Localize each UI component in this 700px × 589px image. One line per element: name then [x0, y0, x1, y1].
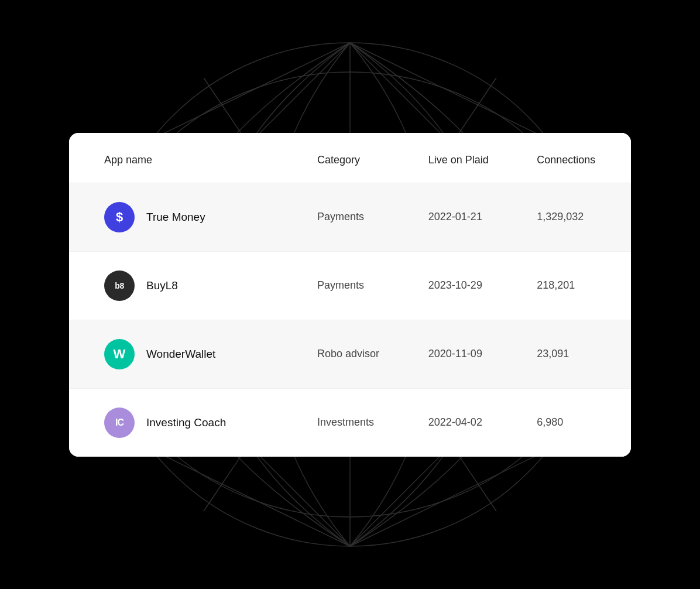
- app-name-label: Investing Coach: [146, 416, 226, 429]
- table-header: App name Category Live on Plaid Connecti…: [69, 133, 631, 183]
- app-name-cell: $True Money: [69, 183, 306, 251]
- table-row: b8BuyL8Payments2023-10-29218,201: [69, 251, 631, 320]
- live-on-plaid-cell: 2022-04-02: [417, 388, 525, 457]
- col-header-app-name: App name: [69, 133, 306, 183]
- table-row: ICInvesting CoachInvestments2022-04-026,…: [69, 388, 631, 457]
- app-name-cell: b8BuyL8: [69, 252, 306, 320]
- category-cell: Payments: [306, 183, 417, 251]
- app-name-label: True Money: [146, 211, 205, 224]
- app-name-label: WonderWallet: [146, 348, 215, 361]
- app-icon: IC: [104, 407, 135, 438]
- app-icon: W: [104, 339, 135, 369]
- live-on-plaid-cell: 2022-01-21: [417, 183, 525, 251]
- app-name-label: BuyL8: [146, 279, 178, 292]
- table-row: $True MoneyPayments2022-01-211,329,032: [69, 183, 631, 251]
- connections-cell: 218,201: [525, 251, 631, 320]
- col-header-category: Category: [306, 133, 417, 183]
- connections-cell: 23,091: [525, 320, 631, 388]
- live-on-plaid-cell: 2020-11-09: [417, 320, 525, 388]
- app-table-card: App name Category Live on Plaid Connecti…: [69, 133, 631, 457]
- app-name-cell: ICInvesting Coach: [69, 389, 306, 457]
- live-on-plaid-cell: 2023-10-29: [417, 251, 525, 320]
- category-cell: Payments: [306, 251, 417, 320]
- app-icon: b8: [104, 270, 135, 301]
- app-name-cell: WWonderWallet: [69, 320, 306, 388]
- col-header-connections: Connections: [525, 133, 631, 183]
- connections-cell: 1,329,032: [525, 183, 631, 251]
- col-header-live-on-plaid: Live on Plaid: [417, 133, 525, 183]
- connections-cell: 6,980: [525, 388, 631, 457]
- app-icon: $: [104, 202, 135, 232]
- table-row: WWonderWalletRobo advisor2020-11-0923,09…: [69, 320, 631, 388]
- category-cell: Robo advisor: [306, 320, 417, 388]
- svg-line-9: [350, 441, 567, 546]
- category-cell: Investments: [306, 388, 417, 457]
- svg-line-8: [133, 441, 350, 546]
